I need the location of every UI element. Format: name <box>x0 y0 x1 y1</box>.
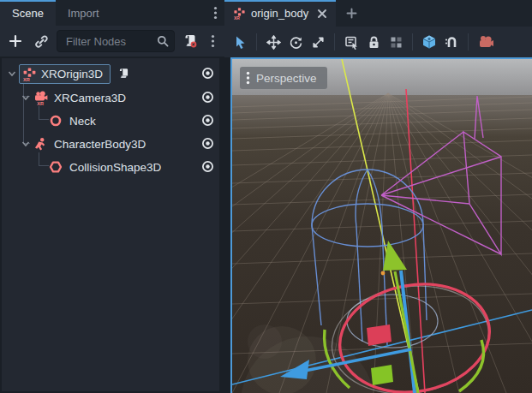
add-node-button[interactable] <box>5 31 26 51</box>
viewport-menu-icon[interactable] <box>246 71 250 85</box>
visibility-eye-icon[interactable] <box>201 91 214 104</box>
rotate-tool-button[interactable] <box>285 32 306 52</box>
scene-tree-options-button[interactable] <box>206 31 219 51</box>
visibility-eye-icon[interactable] <box>201 160 214 173</box>
collision-shape-3d-icon <box>49 160 63 174</box>
toolbar-separator <box>256 33 257 51</box>
visibility-eye-icon[interactable] <box>201 67 214 80</box>
visibility-eye-icon[interactable] <box>201 114 214 127</box>
node-label: CharacterBody3D <box>54 138 146 151</box>
main-editor-area: XR origin_body <box>224 0 532 393</box>
tree-row-xrorigin3d[interactable]: XR XROrigin3D <box>2 63 219 85</box>
character-body-3d-icon <box>33 137 48 152</box>
plus-icon <box>346 8 357 19</box>
scene-dock: Scene Import <box>0 0 224 393</box>
list-select-icon <box>344 35 359 50</box>
rotate-icon <box>289 35 303 50</box>
lock-icon <box>367 35 381 50</box>
script-attach-icon <box>182 33 198 49</box>
scene-tab-label: origin_body <box>251 7 308 20</box>
tree-row-collisionshape3d[interactable]: CollisionShape3D <box>2 156 219 178</box>
chevron-down-icon[interactable] <box>21 92 31 103</box>
scale-tool-button[interactable] <box>308 32 328 52</box>
filter-nodes-field[interactable] <box>57 30 175 52</box>
perspective-button[interactable]: Perspective <box>240 67 327 89</box>
local-space-toggle[interactable] <box>419 32 439 52</box>
kebab-menu-icon <box>211 34 215 48</box>
preview-camera-icon <box>476 34 493 50</box>
scene-dock-toolbar <box>0 26 224 57</box>
viewport-scene[interactable] <box>232 59 532 393</box>
xr-origin-3d-icon: XR <box>22 67 37 81</box>
svg-text:XR: XR <box>234 16 240 20</box>
toolbar-separator <box>412 33 413 51</box>
select-tool-button[interactable] <box>230 32 250 52</box>
group-icon <box>389 35 403 50</box>
new-scene-tab-button[interactable] <box>336 0 368 27</box>
node-label: XRCamera3D <box>54 92 126 104</box>
node-3d-circle-icon <box>49 114 63 128</box>
group-button[interactable] <box>386 32 406 52</box>
tab-scene[interactable]: Scene <box>0 0 56 26</box>
xr-origin-3d-icon: XR <box>233 7 246 20</box>
tab-scene-label: Scene <box>12 7 44 20</box>
selectable-list-button[interactable] <box>341 32 362 52</box>
toolbar-separator <box>468 33 469 51</box>
viewport-toolbar <box>224 27 532 57</box>
node-label: CollisionShape3D <box>69 161 161 174</box>
svg-text:XR: XR <box>37 100 44 104</box>
tab-import[interactable]: Import <box>56 0 111 26</box>
instance-scene-button[interactable] <box>31 31 51 51</box>
visibility-eye-icon[interactable] <box>201 137 214 150</box>
xr-camera-3d-icon: XR <box>33 91 48 105</box>
tree-row-characterbody3d[interactable]: CharacterBody3D <box>2 133 219 155</box>
lock-button[interactable] <box>363 32 384 52</box>
svg-text:XR: XR <box>23 76 30 80</box>
tree-row-xrcamera3d[interactable]: XR XRCamera3D <box>2 86 219 109</box>
chevron-down-icon[interactable] <box>7 68 17 79</box>
godot-editor-window: Scene Import <box>0 0 532 393</box>
magnet-icon <box>444 34 459 50</box>
script-icon[interactable] <box>117 67 130 80</box>
scale-icon <box>311 35 326 50</box>
node-label: Neck <box>69 115 96 128</box>
search-icon <box>157 35 169 47</box>
move-tool-button[interactable] <box>263 32 284 52</box>
scene-dock-tabbar: Scene Import <box>0 0 224 26</box>
link-icon <box>34 34 49 49</box>
attach-script-button[interactable] <box>180 31 200 51</box>
viewport-3d[interactable]: Perspective <box>230 57 532 393</box>
select-arrow-icon <box>233 35 248 50</box>
close-tab-icon[interactable] <box>317 9 327 19</box>
dock-menu-button[interactable] <box>206 0 224 26</box>
gizmo-plane-handle-green[interactable] <box>371 365 393 385</box>
tab-import-label: Import <box>68 7 99 20</box>
node-label: XROrigin3D <box>41 68 103 80</box>
scene-tab-origin-body[interactable]: XR origin_body <box>224 0 336 27</box>
plus-icon <box>9 34 22 48</box>
snap-toggle[interactable] <box>441 32 462 52</box>
chevron-down-icon[interactable] <box>21 139 31 149</box>
local-space-cube-icon <box>421 34 437 50</box>
origin-dot <box>381 271 386 276</box>
perspective-label: Perspective <box>256 72 317 85</box>
move-icon <box>266 35 281 50</box>
selected-node-box[interactable]: XR XROrigin3D <box>19 64 111 84</box>
tree-row-neck[interactable]: Neck <box>2 110 219 132</box>
kebab-menu-icon <box>213 6 218 20</box>
scene-tree: XR XROrigin3D XR XRCame <box>2 58 219 391</box>
camera-preview-button[interactable] <box>475 32 495 52</box>
toolbar-separator <box>334 33 335 51</box>
filter-nodes-input[interactable] <box>64 34 157 49</box>
scene-tabbar: XR origin_body <box>224 0 532 27</box>
